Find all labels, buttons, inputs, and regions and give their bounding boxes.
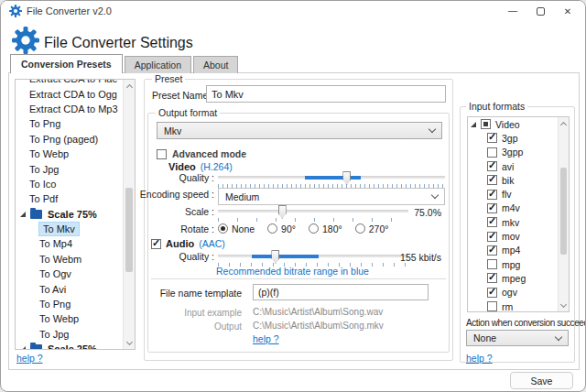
close-button[interactable]: ✕ — [554, 1, 581, 21]
output-format-select[interactable]: Mkv — [157, 122, 442, 139]
preset-item[interactable]: To Png — [16, 116, 123, 131]
scroll-down-button[interactable] — [559, 299, 569, 310]
scroll-down-button[interactable] — [124, 337, 135, 348]
radio-icon[interactable] — [267, 223, 277, 234]
preset-item[interactable]: To Png — [16, 297, 123, 311]
format-row[interactable]: mkv — [468, 215, 558, 229]
format-row[interactable]: 3gpp — [468, 146, 558, 159]
rotate-option-none[interactable]: None — [218, 223, 255, 234]
format-row[interactable]: avi — [468, 159, 558, 173]
format-row[interactable]: 3gp — [468, 131, 558, 145]
preset-item[interactable]: To Webp — [16, 147, 123, 161]
input-formats-list[interactable]: Video3gp3gppavibikflvm4vmkvmovmp4mpgmpeg… — [467, 116, 570, 312]
format-checkbox-3gpp[interactable] — [487, 147, 497, 158]
slider-thumb[interactable] — [271, 250, 279, 264]
expander-icon[interactable] — [20, 212, 26, 217]
radio-icon[interactable] — [218, 223, 228, 234]
preset-item[interactable]: To Webm — [16, 252, 123, 267]
preset-item[interactable]: To Jpg — [16, 161, 123, 176]
preset-item[interactable]: To Png (paged) — [16, 132, 123, 147]
preset-item[interactable]: To Mp4 — [16, 236, 123, 251]
format-checkbox-m4v[interactable] — [487, 203, 497, 213]
advanced-mode-row[interactable]: Advanced mode — [157, 148, 246, 159]
audio-quality-slider[interactable] — [218, 250, 408, 262]
format-checkbox-mkv[interactable] — [487, 217, 497, 227]
format-checkbox-mpeg[interactable] — [487, 273, 497, 283]
format-checkbox-mov[interactable] — [487, 232, 497, 242]
preset-item[interactable]: To Ogv — [16, 267, 123, 281]
format-checkbox-mpg[interactable] — [487, 259, 497, 269]
presets-help-link[interactable]: help ? — [16, 353, 43, 364]
file-name-template-label: File name template — [150, 284, 242, 299]
format-row[interactable]: mp4 — [468, 244, 558, 257]
slider-recommended-range — [305, 176, 361, 180]
preset-item[interactable]: To Webp — [16, 311, 123, 326]
audio-quality-label: Quality : — [150, 250, 214, 262]
preset-item[interactable]: To Ico — [16, 177, 123, 191]
preset-item[interactable]: Extract CDA to Mp3 — [16, 102, 123, 116]
preset-item[interactable]: To Mkv — [16, 222, 123, 236]
format-row[interactable]: bik — [468, 173, 558, 187]
encoding-speed-select[interactable]: Medium — [218, 188, 445, 205]
save-button[interactable]: Save — [510, 372, 573, 389]
video-scale-slider[interactable] — [218, 205, 408, 217]
formats-help-link[interactable]: help ? — [466, 353, 493, 364]
preset-item-label: Extract CDA to Flac — [16, 80, 117, 84]
advanced-mode-checkbox[interactable] — [157, 149, 167, 159]
radio-icon[interactable] — [309, 223, 319, 234]
format-row[interactable]: rm — [468, 299, 558, 312]
audio-enabled-checkbox[interactable] — [151, 239, 161, 249]
format-checkbox-bik[interactable] — [487, 175, 497, 185]
rotate-option-90deg[interactable]: 90° — [267, 223, 296, 234]
formats-scrollbar[interactable] — [558, 117, 569, 311]
radio-icon[interactable] — [355, 223, 365, 234]
slider-thumb[interactable] — [278, 205, 287, 219]
minimize-button[interactable]: — — [499, 1, 526, 21]
preset-list[interactable]: Extract CDA to FlacExtract CDA to OggExt… — [15, 79, 136, 350]
preset-name-input[interactable] — [206, 85, 446, 103]
format-row[interactable]: mpg — [468, 257, 558, 271]
title-bar[interactable]: File Converter v2.0 — ✕ — [1, 1, 585, 21]
scrollbar-thumb[interactable] — [125, 188, 133, 272]
format-checkbox-3gp[interactable] — [487, 133, 497, 143]
preset-item[interactable]: Extract CDA to Ogg — [16, 86, 123, 101]
preset-item-label: To Png — [16, 118, 60, 129]
format-root-row[interactable]: Video — [468, 117, 558, 131]
tab-conversion-presets[interactable]: Conversion Presets — [10, 54, 123, 73]
maximize-button[interactable] — [526, 1, 554, 21]
scrollbar-thumb[interactable] — [560, 168, 567, 255]
format-checkbox-flv[interactable] — [487, 190, 497, 200]
format-checkbox-ogv[interactable] — [487, 288, 497, 298]
format-checkbox-avi[interactable] — [487, 161, 497, 171]
action-select[interactable]: None — [466, 330, 569, 346]
video-formats-checkbox[interactable] — [481, 119, 491, 129]
rotate-option-270deg[interactable]: 270° — [355, 223, 389, 234]
tab-about[interactable]: About — [193, 56, 238, 73]
file-name-help-link[interactable]: help ? — [253, 333, 279, 344]
expander-icon[interactable] — [20, 346, 26, 349]
format-checkbox-rm[interactable] — [487, 301, 497, 311]
audio-section-row[interactable]: Audio (AAC) — [151, 238, 225, 249]
scroll-up-button[interactable] — [124, 81, 135, 92]
expander-icon[interactable] — [471, 122, 476, 127]
format-row[interactable]: ogv — [468, 286, 558, 299]
scroll-up-button[interactable] — [559, 118, 569, 129]
format-row[interactable]: m4v — [468, 201, 558, 215]
file-name-template-input[interactable] — [253, 284, 429, 300]
preset-item[interactable]: To Pdf — [16, 191, 123, 206]
format-row[interactable]: flv — [468, 187, 558, 201]
format-checkbox-mp4[interactable] — [487, 245, 497, 256]
format-row[interactable]: mov — [468, 229, 558, 243]
slider-thumb[interactable] — [342, 171, 351, 185]
preset-item[interactable]: Extract CDA to Flac — [16, 80, 123, 86]
tab-application[interactable]: Application — [125, 56, 191, 73]
format-label: mp4 — [502, 245, 520, 256]
preset-item[interactable]: To Jpg — [16, 327, 123, 342]
preset-folder[interactable]: Scale 75% — [16, 207, 123, 222]
preset-list-scrollbar[interactable] — [123, 80, 135, 349]
rotate-option-180deg[interactable]: 180° — [309, 223, 342, 234]
preset-item[interactable]: To Avi — [16, 281, 123, 296]
preset-folder[interactable]: Scale 25% — [16, 342, 123, 349]
video-quality-slider[interactable] — [218, 171, 445, 183]
format-row[interactable]: mpeg — [468, 271, 558, 285]
